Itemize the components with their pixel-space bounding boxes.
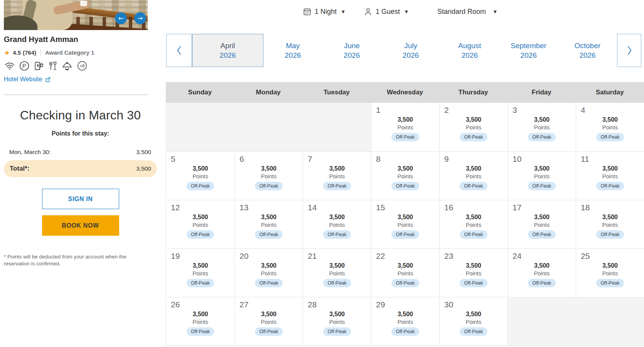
month-tab-june[interactable]: June2026	[322, 34, 381, 67]
calendar-day-cell-2[interactable]: 23,500PointsOff-Peak	[439, 103, 507, 151]
badge-wrap: Off-Peak	[440, 133, 507, 141]
calendar-day-cell-5[interactable]: 53,500PointsOff-Peak	[166, 151, 234, 200]
badge-wrap: Off-Peak	[371, 327, 439, 336]
calendar-day-cell-26[interactable]: 263,500PointsOff-Peak	[166, 297, 234, 345]
person-icon	[364, 7, 373, 16]
book-now-button[interactable]: BOOK NOW	[42, 215, 119, 236]
calendar-day-cell-23[interactable]: 233,500PointsOff-Peak	[439, 248, 507, 297]
calendar-day-cell-18[interactable]: 183,500PointsOff-Peak	[576, 200, 644, 248]
day-number: 13	[239, 203, 303, 212]
nights-dropdown[interactable]: 1 Night ▼	[303, 5, 345, 18]
day-points-value: 3,500	[303, 165, 371, 172]
day-points-value: 3,500	[576, 262, 644, 269]
calendar-day-cell-1[interactable]: 13,500PointsOff-Peak	[371, 103, 439, 151]
day-number: 30	[444, 300, 507, 309]
room-type-dropdown[interactable]: Standard Room ▼	[437, 5, 497, 18]
points-footnote: * Points will be deducted from your acco…	[4, 253, 146, 267]
off-peak-badge: Off-Peak	[391, 230, 419, 239]
badge-wrap: Off-Peak	[508, 182, 576, 190]
month-tab-april-selected[interactable]: April 2026	[192, 34, 263, 67]
month-tab-july[interactable]: July2026	[381, 34, 440, 67]
month-tab-september[interactable]: September2026	[499, 34, 558, 67]
day-points-value: 3,500	[440, 311, 507, 318]
month-name: September	[511, 42, 546, 50]
guests-dropdown[interactable]: 1 Guest ▼	[364, 5, 408, 18]
off-peak-badge: Off-Peak	[187, 279, 214, 287]
month-tab-may[interactable]: May2026	[263, 34, 322, 67]
badge-wrap: Off-Peak	[508, 279, 576, 287]
badge-wrap: Off-Peak	[371, 230, 439, 239]
off-peak-badge: Off-Peak	[323, 230, 351, 239]
off-peak-badge: Off-Peak	[460, 230, 487, 239]
calendar-day-cell-21[interactable]: 213,500PointsOff-Peak	[303, 248, 371, 297]
off-peak-badge: Off-Peak	[255, 182, 282, 190]
day-points-unit: Points	[440, 173, 507, 179]
calendar-day-cell-28[interactable]: 283,500PointsOff-Peak	[303, 297, 371, 345]
day-points-unit: Points	[440, 319, 507, 325]
badge-wrap: Off-Peak	[576, 133, 644, 141]
selected-month-name: April	[220, 42, 235, 50]
month-tab-august[interactable]: August2026	[440, 34, 499, 67]
day-number: 1	[376, 106, 439, 115]
award-category: Award Category 1	[45, 49, 94, 56]
calendar-day-cell-29[interactable]: 293,500PointsOff-Peak	[371, 297, 439, 345]
day-number: 8	[376, 154, 439, 164]
day-points-value: 3,500	[303, 214, 371, 221]
hotel-photo: ← →	[4, 0, 148, 30]
calendar-day-cell-7[interactable]: 73,500PointsOff-Peak	[303, 151, 371, 200]
month-year: 2026	[344, 51, 360, 60]
day-points-value: 3,500	[371, 165, 439, 172]
badge-wrap: Off-Peak	[440, 230, 507, 239]
calendar-day-cell-4[interactable]: 43,500PointsOff-Peak	[576, 103, 644, 151]
weekday-tuesday: Tuesday	[302, 82, 371, 103]
calendar-day-cell-10[interactable]: 103,500PointsOff-Peak	[507, 151, 576, 200]
calendar-day-cell-17[interactable]: 173,500PointsOff-Peak	[507, 200, 576, 248]
calendar-day-cell-27[interactable]: 273,500PointsOff-Peak	[234, 297, 303, 345]
calendar-day-cell-24[interactable]: 243,500PointsOff-Peak	[507, 248, 576, 297]
off-peak-badge: Off-Peak	[187, 327, 214, 336]
calendar-day-cell-15[interactable]: 153,500PointsOff-Peak	[371, 200, 439, 248]
calendar-day-cell-30[interactable]: 303,500PointsOff-Peak	[439, 297, 507, 345]
calendar-day-cell-22[interactable]: 223,500PointsOff-Peak	[371, 248, 439, 297]
day-number: 2	[444, 106, 507, 115]
nights-value: 1 Night	[315, 8, 337, 16]
month-name: June	[344, 42, 360, 50]
calendar-day-cell-11[interactable]: 113,500PointsOff-Peak	[576, 151, 644, 200]
off-peak-badge: Off-Peak	[391, 327, 419, 336]
badge-wrap: Off-Peak	[371, 279, 439, 287]
calendar-day-cell-20[interactable]: 203,500PointsOff-Peak	[234, 248, 303, 297]
badge-wrap: Off-Peak	[235, 279, 303, 287]
prev-month-button[interactable]	[166, 34, 192, 67]
badge-wrap: Off-Peak	[235, 230, 303, 239]
hotel-website-link[interactable]: Hotel Website	[4, 76, 51, 83]
calendar-day-cell-3[interactable]: 33,500PointsOff-Peak	[507, 103, 576, 151]
photo-prev-arrow-icon[interactable]: ←	[115, 12, 127, 24]
star-icon: ★	[4, 49, 10, 57]
calendar-day-cell-12[interactable]: 123,500PointsOff-Peak	[166, 200, 234, 248]
day-points-unit: Points	[371, 319, 439, 325]
badge-wrap: Off-Peak	[166, 230, 234, 239]
month-tab-october[interactable]: October2026	[558, 34, 617, 67]
photo-next-arrow-icon[interactable]: →	[134, 12, 146, 24]
day-points-value: 3,500	[166, 165, 234, 172]
day-points-value: 3,500	[371, 262, 439, 269]
calendar-day-cell-9[interactable]: 93,500PointsOff-Peak	[439, 151, 507, 200]
calendar-day-cell-19[interactable]: 193,500PointsOff-Peak	[166, 248, 234, 297]
calendar-day-cell-6[interactable]: 63,500PointsOff-Peak	[234, 151, 303, 200]
calendar-day-cell-13[interactable]: 133,500PointsOff-Peak	[234, 200, 303, 248]
sign-in-button[interactable]: SIGN IN	[42, 189, 119, 209]
off-peak-badge: Off-Peak	[528, 182, 555, 190]
calendar-day-cell-14[interactable]: 143,500PointsOff-Peak	[303, 200, 371, 248]
calendar-day-cell-25[interactable]: 253,500PointsOff-Peak	[576, 248, 644, 297]
more-amenities-badge[interactable]: +8	[77, 60, 88, 71]
day-points-value: 3,500	[440, 214, 507, 221]
day-points-value: 3,500	[576, 214, 644, 221]
next-month-button[interactable]	[617, 34, 641, 67]
rating-value: 4.5	[13, 49, 21, 56]
month-year: 2026	[403, 51, 419, 60]
calendar-day-cell-16[interactable]: 163,500PointsOff-Peak	[439, 200, 507, 248]
room-service-icon	[61, 60, 73, 71]
calendar-day-cell-8[interactable]: 83,500PointsOff-Peak	[371, 151, 439, 200]
day-number: 27	[239, 300, 303, 309]
badge-wrap: Off-Peak	[303, 327, 371, 336]
